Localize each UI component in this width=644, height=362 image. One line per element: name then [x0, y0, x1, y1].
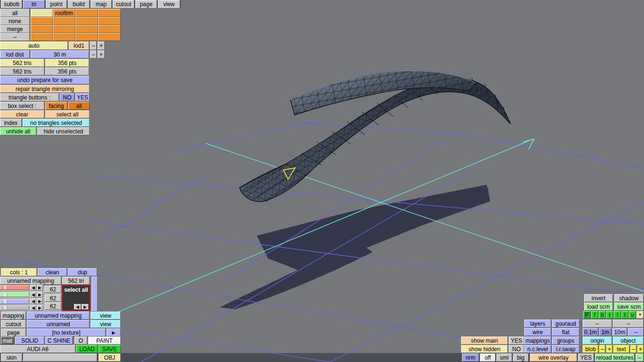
blue-slider[interactable]: [0, 299, 29, 304]
obj-button[interactable]: OBJ: [99, 354, 121, 362]
value-green[interactable]: 62: [45, 295, 61, 302]
show-hidden-button[interactable]: show hidden: [461, 345, 508, 353]
flat-button[interactable]: flat: [552, 328, 579, 336]
blue-dec-button[interactable]: ◄: [30, 298, 36, 304]
page-next-button[interactable]: ►: [107, 329, 121, 337]
text-plus-button[interactable]: +: [637, 345, 644, 353]
grid-10m-button[interactable]: 10m: [612, 328, 627, 336]
page-texture-value[interactable]: [no texture]: [27, 329, 106, 337]
green-dec-button[interactable]: ◄: [30, 292, 36, 297]
object-button[interactable]: object: [613, 337, 644, 345]
filter-all-button[interactable]: all: [0, 9, 30, 17]
filter-dash-button[interactable]: –: [0, 33, 30, 41]
mat-cshine-button[interactable]: C SHINE: [45, 337, 73, 345]
gray-dec-button[interactable]: ◄: [30, 305, 36, 311]
index-button[interactable]: index: [0, 119, 22, 127]
clean-button[interactable]: clean: [38, 268, 67, 276]
subobj-cell[interactable]: [31, 25, 53, 33]
subobj-cell[interactable]: [31, 17, 53, 25]
subobj-cell-rooftrm[interactable]: rooftrm: [53, 9, 75, 17]
mat-o-button[interactable]: O: [74, 337, 87, 345]
repair-mirroring-button[interactable]: repair triangle mirroring: [0, 85, 90, 93]
subobj-cell[interactable]: [53, 17, 75, 25]
tab-tri[interactable]: tri: [23, 0, 45, 8]
grid-dash-button[interactable]: –: [628, 328, 644, 336]
subobj-cell[interactable]: [53, 25, 75, 33]
red-slider[interactable]: [0, 285, 29, 290]
text-button[interactable]: text: [613, 345, 629, 353]
filter-none-button[interactable]: none: [0, 17, 30, 25]
mat-paint-button[interactable]: PAINT: [88, 337, 121, 345]
tab-cutout[interactable]: cutout: [113, 0, 134, 8]
wire-overlay-button[interactable]: wire overlay: [530, 354, 577, 362]
subobj-cell[interactable]: [75, 9, 98, 17]
value-red[interactable]: 62: [45, 286, 61, 293]
green-inc-button[interactable]: ►: [37, 292, 43, 297]
grid-1m-button[interactable]: 1m: [599, 328, 611, 336]
value-blue[interactable]: 62: [45, 303, 61, 310]
nclevel-button[interactable]: n.c.level: [524, 345, 551, 353]
mat-solid-button[interactable]: SOLID: [15, 337, 44, 345]
lod-dist-minus-button[interactable]: –: [90, 50, 97, 58]
lod-level-button[interactable]: lod1: [69, 41, 89, 50]
proj-r-button[interactable]: r: [606, 311, 613, 319]
text-minus-button[interactable]: –: [630, 345, 636, 353]
red-dec-button[interactable]: ◄: [30, 285, 36, 290]
wire-button[interactable]: wire: [524, 328, 551, 336]
tab-subob[interactable]: subob: [1, 0, 22, 8]
subobj-cell[interactable]: [75, 17, 98, 25]
tab-page[interactable]: page: [135, 0, 157, 8]
blob-minus-button[interactable]: –: [599, 345, 605, 353]
dash-button-1[interactable]: –: [583, 320, 612, 328]
cols-button[interactable]: cols : 1: [1, 268, 37, 276]
subobj-cell[interactable]: [75, 25, 98, 33]
lod-dist-plus-button[interactable]: +: [98, 50, 105, 58]
gray-inc-button[interactable]: ►: [37, 305, 43, 311]
green-slider[interactable]: [0, 292, 29, 297]
mapping-name-button[interactable]: unnamed mapping: [0, 277, 61, 285]
show-main-toggle[interactable]: YES: [509, 337, 524, 345]
select-all-button[interactable]: select all: [45, 110, 90, 118]
blob-button[interactable]: blob: [583, 345, 598, 353]
dup-button[interactable]: dup: [68, 268, 97, 276]
reload-dash-button[interactable]: –: [636, 354, 644, 362]
proj-b-button[interactable]: b: [599, 311, 606, 319]
mapping-list-scrollbar[interactable]: [91, 277, 98, 312]
wire-overlay-toggle[interactable]: YES: [578, 354, 594, 362]
box-select-facing-button[interactable]: facing: [45, 102, 67, 110]
cutout-row-value[interactable]: unnamed: [27, 320, 90, 328]
blob-plus-button[interactable]: +: [606, 345, 612, 353]
subobj-cell[interactable]: [98, 25, 121, 33]
triangle-buttons-no[interactable]: NO: [60, 93, 74, 101]
lod-auto-button[interactable]: auto: [0, 41, 68, 50]
preview-prev-button[interactable]: ◄: [74, 304, 81, 310]
load-button[interactable]: LOAD: [76, 345, 98, 353]
subobj-cell[interactable]: [31, 9, 53, 17]
tab-view[interactable]: view: [158, 0, 180, 8]
subobj-cell[interactable]: [53, 33, 75, 41]
proj-u-button[interactable]: u: [629, 311, 636, 319]
filter-merge-button[interactable]: merge: [0, 25, 30, 33]
tab-build[interactable]: build: [68, 0, 90, 8]
triangle-buttons-yes[interactable]: YES: [75, 93, 90, 101]
save-button[interactable]: SAVE: [99, 345, 121, 353]
layers-button[interactable]: layers: [524, 320, 551, 328]
clear-selection-button[interactable]: clear: [0, 110, 44, 118]
nrm-off-button[interactable]: off: [480, 354, 495, 362]
blue-inc-button[interactable]: ►: [37, 298, 43, 304]
show-hidden-toggle[interactable]: NO: [509, 345, 524, 353]
subobj-cell[interactable]: [31, 33, 53, 41]
save-scm-button[interactable]: save scm: [614, 303, 644, 311]
undo-prepare-button[interactable]: undo prepare for save: [0, 76, 90, 84]
proj-p-button[interactable]: P: [583, 311, 591, 319]
nrm-big-button[interactable]: big: [513, 354, 528, 362]
subobj-cell[interactable]: [98, 17, 121, 25]
nrm-button[interactable]: nrm: [462, 354, 479, 362]
gray-slider[interactable]: [0, 305, 29, 310]
dash-button-2[interactable]: –: [613, 320, 644, 328]
subobj-cell[interactable]: [98, 33, 121, 41]
mapping-view-button[interactable]: view: [91, 312, 121, 320]
nrm-sml-button[interactable]: sml: [496, 354, 512, 362]
grid-01m-button[interactable]: 0.1m: [583, 328, 598, 336]
origin-button[interactable]: origin: [583, 337, 612, 345]
